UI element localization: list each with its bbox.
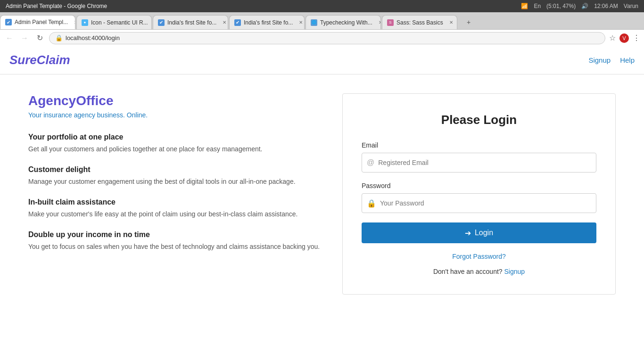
feature-claim-assistance-title: In-built claim assistance: [28, 198, 323, 206]
new-tab-button[interactable]: +: [460, 15, 477, 29]
feature-claim-assistance: In-built claim assistance Make your cust…: [28, 198, 323, 219]
browser-title: Admin Panel Template - Google Chrome: [6, 3, 107, 9]
signup-container: Don't have an account? Signup: [362, 268, 596, 275]
no-account-text: Don't have an account?: [433, 268, 503, 275]
feature-income-title: Double up your income in no time: [28, 230, 323, 239]
tab-label-semantic: Icon - Semantic UI R...: [91, 19, 148, 26]
left-panel: AgencyOffice Your insurance agency busin…: [28, 93, 323, 263]
wifi-icon: 📶: [521, 3, 528, 9]
clock: 12:06 AM: [594, 3, 618, 9]
title-bar-left: Admin Panel Template - Google Chrome: [6, 3, 107, 9]
tab-close-admin[interactable]: ✕: [73, 19, 75, 25]
tab-label-india-1: India's first Site fo...: [167, 19, 216, 26]
volume-icon: 🔊: [581, 3, 588, 9]
email-form-group: Email @: [362, 141, 596, 173]
login-arrow-icon: ➔: [465, 229, 471, 238]
feature-portfolio: Your portfolio at one place Get all your…: [28, 133, 323, 154]
title-bar-right: 📶 En (5:01, 47%) 🔊 12:06 AM Varun: [521, 3, 638, 9]
forgot-password-link[interactable]: Forgot Password?: [452, 253, 506, 260]
feature-income-desc: You get to focus on sales when you have …: [28, 242, 323, 252]
nav-links: Signup Help: [588, 56, 635, 64]
tab-typechecking[interactable]: 🌐 Typechecking With... ✕: [305, 15, 381, 29]
email-label: Email: [362, 141, 596, 149]
app-name: AgencyOffice: [28, 93, 323, 108]
title-bar: Admin Panel Template - Google Chrome 📶 E…: [0, 0, 644, 12]
feature-portfolio-title: Your portfolio at one place: [28, 133, 323, 141]
lang-indicator: En: [534, 3, 541, 9]
feature-income: Double up your income in no time You get…: [28, 230, 323, 252]
back-button[interactable]: ←: [4, 33, 15, 44]
tab-close-india-1[interactable]: ✕: [221, 19, 228, 26]
forward-button[interactable]: →: [19, 33, 30, 44]
nav-signup[interactable]: Signup: [588, 56, 611, 64]
password-input-wrapper: 🔒: [362, 193, 596, 213]
bookmark-icon[interactable]: ☆: [609, 33, 616, 42]
password-label: Password: [362, 182, 596, 189]
tab-label-admin: Admin Panel Templ...: [15, 19, 68, 25]
tab-icon-india-2: ✔: [234, 19, 241, 26]
lock-field-icon: 🔒: [367, 199, 376, 208]
nav-help[interactable]: Help: [620, 56, 635, 64]
login-title: Please Login: [362, 113, 596, 127]
forgot-password-container: Forgot Password?: [362, 253, 596, 260]
reload-button[interactable]: ↻: [34, 33, 45, 44]
tab-semantic-ui[interactable]: ● Icon - Semantic UI R... ✕: [76, 15, 152, 29]
feature-customer-delight: Customer delight Manage your customer en…: [28, 165, 323, 187]
address-right-icons: ☆ V ⋮: [609, 33, 640, 43]
app-tagline: Your insurance agency business. Online.: [28, 111, 323, 119]
browser-chrome: Admin Panel Template - Google Chrome 📶 E…: [0, 0, 644, 46]
feature-customer-delight-desc: Manage your customer engagement using th…: [28, 177, 323, 187]
tab-icon-semantic: ●: [82, 19, 88, 26]
tab-icon-typechecking: 🌐: [311, 19, 317, 26]
at-icon: @: [367, 158, 374, 167]
signup-link[interactable]: Signup: [504, 268, 525, 275]
tab-close-sass[interactable]: ✕: [448, 19, 454, 26]
feature-claim-assistance-desc: Make your customer's life easy at the po…: [28, 209, 323, 219]
tab-sass[interactable]: S Sass: Sass Basics ✕: [382, 15, 457, 29]
tab-india-first-2[interactable]: ✔ India's first Site fo... ✕: [229, 15, 305, 29]
feature-portfolio-desc: Get all your customers and policies toge…: [28, 144, 323, 154]
tab-admin-panel[interactable]: ✔ Admin Panel Templ... ✕: [0, 15, 75, 29]
lock-icon: 🔒: [55, 34, 63, 41]
login-card: Please Login Email @ Password 🔒: [342, 93, 616, 295]
login-button[interactable]: ➔ Login: [362, 222, 596, 243]
tab-label-sass: Sass: Sass Basics: [396, 19, 443, 26]
login-button-label: Login: [475, 229, 493, 237]
password-form-group: Password 🔒: [362, 182, 596, 213]
tagline-plain: Your: [28, 111, 43, 119]
battery-status: (5:01, 47%): [546, 3, 576, 9]
email-input-wrapper: @: [362, 153, 596, 173]
menu-icon[interactable]: ⋮: [633, 33, 640, 42]
tagline-end: . Online.: [123, 111, 148, 119]
url-bar[interactable]: 🔒 localhost:4000/login: [49, 32, 605, 44]
site-logo[interactable]: SureClaim: [9, 53, 70, 67]
tab-close-india-2[interactable]: ✕: [297, 19, 304, 26]
profile-icon[interactable]: V: [619, 33, 629, 43]
tab-label-typechecking: Typechecking With...: [320, 19, 372, 26]
page-content: SureClaim Signup Help AgencyOffice Your …: [0, 46, 644, 338]
tab-label-india-2: India's first Site fo...: [244, 19, 293, 26]
tab-close-typechecking[interactable]: ✕: [377, 19, 381, 26]
site-header: SureClaim Signup Help: [0, 46, 644, 74]
main-container: AgencyOffice Your insurance agency busin…: [0, 74, 644, 313]
tab-icon-admin: ✔: [5, 19, 12, 25]
tabs-bar: ✔ Admin Panel Templ... ✕ ● Icon - Semant…: [0, 12, 644, 29]
right-panel: Please Login Email @ Password 🔒: [342, 93, 616, 295]
tab-icon-india-1: ✔: [158, 19, 165, 26]
address-bar: ← → ↻ 🔒 localhost:4000/login ☆ V ⋮: [0, 29, 644, 46]
tab-icon-sass: S: [387, 19, 394, 26]
email-input[interactable]: [378, 159, 591, 166]
password-input[interactable]: [380, 199, 591, 207]
url-text: localhost:4000/login: [66, 34, 120, 41]
tab-india-first-1[interactable]: ✔ India's first Site fo... ✕: [153, 15, 228, 29]
feature-customer-delight-title: Customer delight: [28, 165, 323, 174]
user-name: Varun: [624, 3, 638, 9]
tagline-link: insurance agency business: [43, 111, 123, 119]
